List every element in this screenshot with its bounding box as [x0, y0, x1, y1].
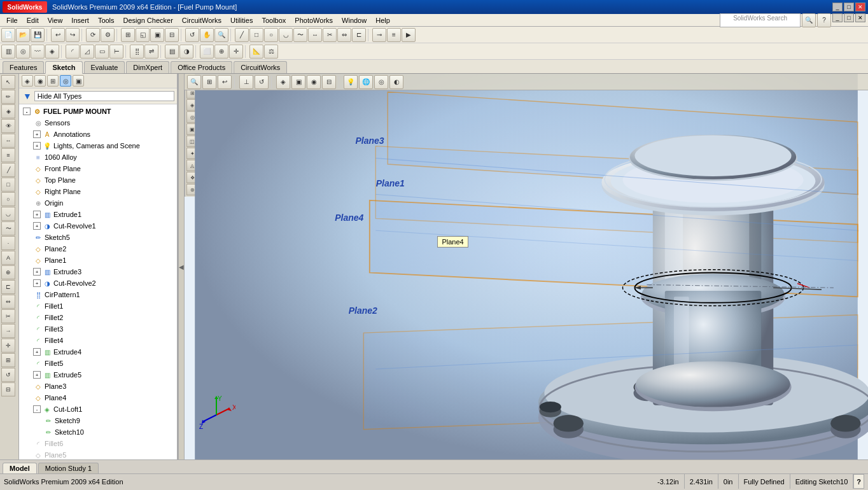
vp-rotate3[interactable]: ↺	[255, 75, 269, 89]
bottom-tab-motion[interactable]: Motion Study 1	[38, 463, 99, 473]
tab-circuitworks[interactable]: CircuitWorks	[234, 61, 287, 73]
tree-item-plane3[interactable]: ◇ Plane3	[20, 381, 176, 392]
tree-item-plane2[interactable]: ◇ Plane2	[20, 243, 176, 255]
left-icon-point[interactable]: ·	[1, 236, 15, 250]
toolbar-minimize[interactable]: _	[832, 13, 843, 22]
left-icon-convert[interactable]: ⊕	[1, 265, 15, 279]
tree-item-front-plane[interactable]: ◇ Front Plane	[20, 163, 176, 174]
tree-item-extrude5[interactable]: + ▥ Extrude5	[20, 369, 176, 381]
tb-undo[interactable]: ↩	[51, 28, 65, 42]
minimize-button[interactable]: _	[832, 3, 843, 11]
tb2-rib[interactable]: ⊢	[109, 45, 123, 59]
tree-btn-4[interactable]: ◎	[60, 75, 71, 87]
tree-item-fillet5[interactable]: ◜ Fillet5	[20, 358, 176, 369]
tb2-plane[interactable]: ⬜	[200, 45, 214, 59]
search-button[interactable]: 🔍	[802, 13, 816, 27]
tree-item-sketch10[interactable]: ✏ Sketch10	[20, 426, 176, 438]
menu-utilities[interactable]: Utilities	[227, 15, 256, 25]
vp-disp-style1[interactable]: ◈	[276, 75, 290, 89]
tab-sketch[interactable]: Sketch	[45, 61, 82, 74]
tb-view2[interactable]: ◱	[136, 28, 150, 42]
tb-view4[interactable]: ⊟	[165, 28, 179, 42]
hide-all-types-label[interactable]: Hide All Types	[34, 91, 174, 101]
tree-item-fillet3[interactable]: ◜ Fillet3	[20, 323, 176, 335]
menu-edit[interactable]: Edit	[23, 15, 43, 25]
tb-rotate[interactable]: ↺	[185, 28, 199, 42]
expand-annotations[interactable]: +	[33, 130, 41, 138]
vp-realview[interactable]: ◎	[374, 75, 388, 89]
expand-cut-loft1[interactable]: -	[33, 405, 41, 413]
tb-offset[interactable]: ⊏	[352, 28, 366, 42]
left-icon-scale[interactable]: ⊟	[1, 382, 15, 396]
tree-btn-3[interactable]: ⊞	[47, 75, 59, 87]
tree-item-cirpattern1[interactable]: ⣿ CirPattern1	[20, 289, 176, 300]
tree-item-cut-revolve2[interactable]: + ◑ Cut-Revolve2	[20, 277, 176, 289]
tb2-mass-prop[interactable]: ⚖	[264, 45, 278, 59]
tb2-sweep[interactable]: 〰	[31, 45, 45, 59]
expand-extrude3[interactable]: +	[33, 268, 41, 276]
tb-view3[interactable]: ▣	[150, 28, 164, 42]
tree-item-extrude1[interactable]: + ▥ Extrude1	[20, 209, 176, 220]
tb-rebuild[interactable]: ⟳	[86, 28, 100, 42]
panel-collapse-handle[interactable]: ◀	[178, 74, 185, 459]
tb-open[interactable]: 📂	[16, 28, 30, 42]
tb2-loft[interactable]: ◈	[45, 45, 59, 59]
tree-item-top-plane[interactable]: ◇ Top Plane	[20, 174, 176, 186]
left-icon-line[interactable]: ╱	[1, 163, 15, 177]
expand-extrude4[interactable]: +	[33, 348, 41, 356]
expand-extrude5[interactable]: +	[33, 371, 41, 379]
tree-item-sketch5[interactable]: ✏ Sketch5	[20, 232, 176, 243]
tree-item-sketch9[interactable]: ✏ Sketch9	[20, 415, 176, 426]
expand-lights[interactable]: +	[33, 142, 41, 150]
titlebar-controls[interactable]: _ □ ✕	[832, 3, 865, 11]
vp-disp-style4[interactable]: ⊟	[322, 75, 336, 89]
help-button[interactable]: ?	[817, 13, 831, 27]
left-icon-copy[interactable]: ⊞	[1, 353, 15, 367]
tab-features[interactable]: Features	[3, 61, 44, 73]
tb-sketch-circle[interactable]: ○	[264, 28, 278, 42]
left-icon-circle[interactable]: ○	[1, 192, 15, 206]
menu-view[interactable]: View	[44, 15, 67, 25]
menu-window[interactable]: Window	[338, 15, 370, 25]
close-button[interactable]: ✕	[855, 3, 865, 11]
search-input[interactable]: SolidWorks Search	[720, 13, 801, 27]
tree-item-extrude3[interactable]: + ▥ Extrude3	[20, 266, 176, 277]
menu-insert[interactable]: Insert	[67, 15, 93, 25]
tb-relations[interactable]: ≡	[387, 28, 401, 42]
tree-item-annotations[interactable]: + A Annotations	[20, 129, 176, 140]
help-icon-status[interactable]: ?	[853, 474, 864, 489]
tree-item-fillet2[interactable]: ◜ Fillet2	[20, 312, 176, 323]
menu-toolbox[interactable]: Toolbox	[258, 15, 290, 25]
tb-zoom[interactable]: 🔍	[214, 28, 228, 42]
tb-sketch-arc[interactable]: ◡	[279, 28, 293, 42]
viewport[interactable]: 🔍 ⊞ ↩ ⊥ ↺ ◈ ▣ ◉ ⊟ 💡 🌐 ◎ ◐	[185, 74, 868, 459]
tb2-measure[interactable]: 📐	[249, 45, 263, 59]
tb-sketch-line[interactable]: ╱	[235, 28, 249, 42]
tb2-fillet[interactable]: ◜	[66, 45, 80, 59]
menu-file[interactable]: File	[3, 15, 22, 25]
tree-item-fillet1[interactable]: ◜ Fillet1	[20, 300, 176, 312]
tree-item-cut-loft1[interactable]: - ◈ Cut-Loft1	[20, 403, 176, 415]
menu-design-checker[interactable]: Design Checker	[120, 15, 177, 25]
tree-item-plane1[interactable]: ◇ Plane1	[20, 255, 176, 266]
menu-circuitworks[interactable]: CircuitWorks	[178, 15, 225, 25]
tb2-revolve[interactable]: ◎	[16, 45, 30, 59]
tree-btn-1[interactable]: ◈	[22, 75, 33, 87]
tb-sketch-spline[interactable]: 〜	[293, 28, 307, 42]
vp-zoom-in[interactable]: 🔍	[187, 75, 201, 89]
tree-item-origin[interactable]: ⊕ Origin	[20, 197, 176, 209]
tb-pan[interactable]: ✋	[200, 28, 214, 42]
expand-root[interactable]: -	[23, 108, 31, 115]
vp-prev[interactable]: ↩	[218, 75, 232, 89]
tab-evaluate[interactable]: Evaluate	[84, 61, 125, 73]
toolbar-close[interactable]: ✕	[855, 13, 865, 22]
expand-cut-revolve1[interactable]: +	[33, 222, 41, 230]
tb2-axis[interactable]: ⊕	[214, 45, 228, 59]
tb2-extrude[interactable]: ▥	[1, 45, 15, 59]
tb-mirror[interactable]: ⇔	[337, 28, 351, 42]
left-icon-rel[interactable]: ≡	[1, 148, 15, 162]
tree-item-sensors[interactable]: ◎ Sensors	[20, 117, 176, 129]
left-icon-select[interactable]: ↖	[1, 75, 15, 89]
vp-normal[interactable]: ⊥	[239, 75, 253, 89]
bottom-tab-model[interactable]: Model	[3, 463, 37, 473]
